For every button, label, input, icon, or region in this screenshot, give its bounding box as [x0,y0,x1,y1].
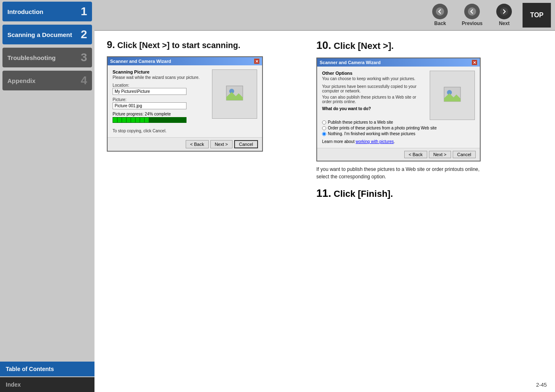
step10-header: 10. Click [Next >]. [316,39,543,52]
dialog10-body: Other Options You can choose to keep wor… [317,67,480,148]
dialog9-title: Scanner and Camera Wizard [110,59,171,64]
dialog9-location-value: My Pictures\Picture [113,88,187,95]
sidebar-num-1: 1 [81,6,87,17]
dialog10-option3-label: Nothing. I'm finished working with these… [328,131,415,136]
svg-point-1 [468,7,476,16]
step9-num: 9. [107,39,115,50]
step9-text: Click [Next >] to start scanning. [117,41,241,50]
sidebar-item-troubleshooting[interactable]: Troubleshooting 3 [2,48,92,67]
dialog9-progress-inner [113,118,149,122]
dialog9-cancel-btn[interactable]: Cancel [234,140,258,148]
sidebar-index[interactable]: Index [0,377,94,392]
dialog9-picture-value: Picture 001.jpg [113,102,187,109]
dialog10-learn: Learn more about working with pictures. [322,139,475,144]
step10-dialog: Scanner and Camera Wizard ✕ Other Option… [316,58,481,161]
previous-label: Previous [462,21,483,26]
dialog10-next-btn[interactable]: Next > [429,151,451,158]
dialog10-radio3[interactable] [322,132,326,136]
step11-text: Click [Finish]. [334,189,393,199]
dialog10-back-btn[interactable]: < Back [404,151,427,158]
top-label[interactable]: TOP [523,3,551,28]
dialog9-close[interactable]: ✕ [254,58,260,64]
next-label: Next [499,21,509,26]
step9-dialog: Scanner and Camera Wizard ✕ Scanning Pic… [107,56,263,152]
dialog9-stop-text: To stop copying, click Cancel. [113,129,257,133]
step10-text: Click [Next >]. [334,41,394,51]
dialog9-body: Scanning Picture Please wait while the w… [108,65,262,137]
sidebar-item-introduction[interactable]: Introduction 1 [2,2,92,21]
main-content: Back Previous Next TOP [94,0,555,392]
dialog10-option1-label: Publish these pictures to a Web site [328,120,393,125]
sidebar-item-label: Troubleshooting [7,54,56,61]
previous-button[interactable]: Previous [458,3,486,28]
sidebar-num-4: 4 [81,75,87,86]
dialog10-option1[interactable]: Publish these pictures to a Web site [322,120,475,125]
dialog9-titlebar: Scanner and Camera Wizard ✕ [108,57,262,65]
page-number: 2-45 [536,382,547,388]
step11-header: 11. Click [Finish]. [316,187,543,200]
sidebar-num-2: 2 [81,29,87,40]
dialog9-back-btn[interactable]: < Back [186,140,209,148]
dialog10-radio1[interactable] [322,120,326,125]
step10-note: If you want to publish these pictures to… [316,166,481,180]
next-icon [496,4,512,19]
dialog10-option3[interactable]: Nothing. I'm finished working with these… [322,131,475,136]
previous-icon [464,4,480,19]
sidebar-num-3: 3 [81,52,87,63]
dialog10-preview [430,71,475,120]
step11-num: 11. [316,187,331,199]
content-area: 9. Click [Next >] to start scanning. Sca… [94,31,555,392]
sidebar-item-scanning[interactable]: Scanning a Document 2 [2,25,92,44]
dialog10-radio2[interactable] [322,126,326,130]
back-label: Back [434,21,446,26]
dialog10-option2-label: Order prints of these pictures from a ph… [328,126,437,130]
sidebar-item-appendix[interactable]: Appendix 4 [2,71,92,90]
step9-header: 9. Click [Next >] to start scanning. [107,39,304,51]
dialog9-next-btn[interactable]: Next > [210,140,233,148]
step10-num: 10. [316,39,331,51]
dialog10-cancel-btn[interactable]: Cancel [453,151,476,158]
dialog10-close[interactable]: ✕ [472,60,477,65]
left-column: 9. Click [Next >] to start scanning. Sca… [107,39,304,384]
dialog9-progress-bar [113,117,187,123]
sidebar-toc[interactable]: Table of Contents [0,362,94,376]
dialog10-learn-link[interactable]: working with pictures [356,139,394,144]
dialog10-footer: < Back Next > Cancel [317,148,480,161]
dialog9-preview [212,69,257,119]
sidebar-item-label: Scanning a Document [7,31,72,38]
sidebar-item-label: Introduction [7,8,43,15]
next-button[interactable]: Next [490,3,518,28]
dialog9-footer: < Back Next > Cancel [108,137,262,151]
top-bar: Back Previous Next TOP [94,0,555,31]
sidebar-item-label: Appendix [7,77,35,84]
right-column: 10. Click [Next >]. Scanner and Camera W… [316,39,543,384]
sidebar: Introduction 1 Scanning a Document 2 Tro… [0,0,94,392]
back-button[interactable]: Back [426,3,454,28]
dialog10-option2[interactable]: Order prints of these pictures from a ph… [322,126,475,130]
svg-point-0 [436,7,444,16]
sidebar-bottom: Table of Contents Index [0,361,94,392]
dialog10-title: Scanner and Camera Wizard [320,60,380,65]
dialog10-titlebar: Scanner and Camera Wizard ✕ [317,58,480,67]
svg-point-2 [500,7,508,16]
back-icon [432,4,448,19]
